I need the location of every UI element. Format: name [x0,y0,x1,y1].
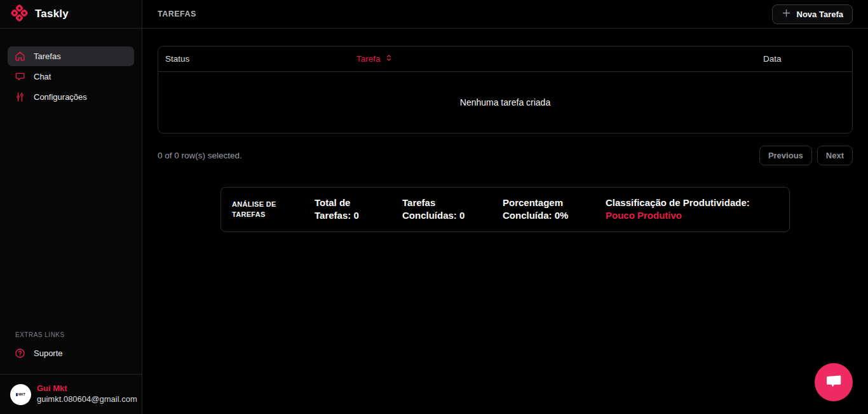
home-icon [15,51,25,62]
sidebar-item-suporte[interactable]: Suporte [8,343,134,363]
previous-page-button[interactable]: Previous [759,146,812,165]
stat-completed-tasks: Tarefas Concluídas: 0 [402,197,467,223]
avatar-label: MKT [18,392,25,396]
avatar: MKT [10,384,31,405]
pagination-row: 0 of 0 row(s) selected. Previous Next [158,146,853,165]
chevrons-up-down-icon [385,54,393,64]
brand-header: Taskly [0,0,142,29]
empty-state-message: Nenhuma tarefa criada [158,72,852,133]
classification-value: Pouco Produtivo [606,210,682,221]
page-title: TAREFAS [158,10,196,18]
app: Taskly Tarefas Chat [0,0,868,414]
content: Status Tarefa Data Nenhuma tarefa criada… [142,29,868,414]
analysis-heading: ANÁLISE DE TAREFAS [232,199,279,220]
sidebar-item-label: Tarefas [34,52,61,61]
tasks-table: Status Tarefa Data Nenhuma tarefa criada [158,46,853,134]
sidebar-item-configuracoes[interactable]: Configurações [8,87,134,107]
selection-count-text: 0 of 0 row(s) selected. [158,151,242,160]
chat-widget-button[interactable] [815,363,853,401]
extras-links-heading: EXTRAS LINKS [0,331,142,343]
user-profile[interactable]: MKT Gui Mkt guimkt.080604@gmail.com [0,374,142,414]
sidebar-item-chat[interactable]: Chat [8,67,134,86]
stat-total-tasks: Total de Tarefas: 0 [315,197,367,223]
brand-title: Taskly [35,8,69,20]
sidebar-item-label: Chat [34,72,51,81]
help-circle-icon [15,348,25,359]
classification-label: Classificação de Produtividade: [606,197,750,208]
avatar-logo-mark [16,393,18,396]
productivity-classification: Classificação de Produtividade: Pouco Pr… [606,197,778,223]
sliders-icon [15,92,25,102]
user-email: guimkt.080604@gmail.com [37,394,137,405]
stat-completed-percentage: Porcentagem Concluída: 0% [503,197,570,223]
user-name: Gui Mkt [37,383,137,394]
chat-bubble-icon [824,372,843,393]
task-analysis-card: ANÁLISE DE TAREFAS Total de Tarefas: 0 T… [220,187,790,232]
sidebar-item-label: Configurações [34,92,87,102]
column-header-data: Data [763,54,852,64]
plus-icon [782,8,791,20]
column-header-status: Status [158,54,356,64]
sidebar-item-tarefas[interactable]: Tarefas [8,46,134,66]
topbar: TAREFAS Nova Tarefa [142,0,868,29]
sidebar-bottom: EXTRAS LINKS Suporte MKT [0,331,142,414]
sidebar: Taskly Tarefas Chat [0,0,142,414]
table-header-row: Status Tarefa Data [158,46,852,72]
chat-icon [15,71,25,82]
new-task-label: Nova Tarefa [797,10,843,19]
taskly-logo-icon [11,4,28,24]
sidebar-nav: Tarefas Chat Configurações [0,39,142,107]
new-task-button[interactable]: Nova Tarefa [772,4,853,24]
next-page-button[interactable]: Next [817,146,853,165]
column-header-tarefa-sort[interactable]: Tarefa [356,54,763,64]
sidebar-item-label: Suporte [34,348,63,358]
column-header-tarefa-label: Tarefa [356,54,381,64]
main-area: TAREFAS Nova Tarefa Status Tarefa [142,0,868,414]
